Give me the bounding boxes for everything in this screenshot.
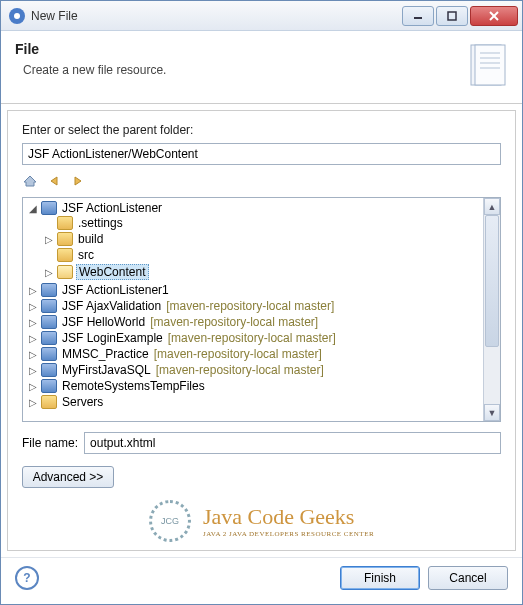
expander-closed-icon[interactable]: ▷ xyxy=(43,267,54,278)
tree-label: JSF ActionListener xyxy=(60,201,164,215)
scroll-up-button[interactable]: ▲ xyxy=(484,198,500,215)
home-icon xyxy=(23,174,37,188)
watermark-text: Java Code Geeks JAVA 2 JAVA DEVELOPERS R… xyxy=(203,504,374,538)
maximize-icon xyxy=(447,11,457,21)
filename-row: File name: xyxy=(22,432,501,454)
folder-tree-container: ◢JSF ActionListener .settings ▷build src… xyxy=(22,197,501,422)
scroll-down-button[interactable]: ▼ xyxy=(484,404,500,421)
footer-buttons: Finish Cancel xyxy=(340,566,508,590)
tree-node-folder[interactable]: src xyxy=(43,247,481,263)
expander-closed-icon[interactable]: ▷ xyxy=(27,333,38,344)
tree-label: JSF LoginExample xyxy=(60,331,165,345)
tree-node-project[interactable]: ▷JSF AjaxValidation [maven-repository-lo… xyxy=(27,298,481,314)
folder-icon xyxy=(41,395,57,409)
dialog-body: Enter or select the parent folder: ◢JSF … xyxy=(7,110,516,551)
tree-decoration: [maven-repository-local master] xyxy=(150,315,318,329)
tree-label: JSF AjaxValidation xyxy=(60,299,163,313)
tree-decoration: [maven-repository-local master] xyxy=(156,363,324,377)
tree-decoration: [maven-repository-local master] xyxy=(166,299,334,313)
advanced-button[interactable]: Advanced >> xyxy=(22,466,114,488)
tree-node-project[interactable]: ▷JSF HelloWorld [maven-repository-local … xyxy=(27,314,481,330)
forward-button[interactable] xyxy=(70,173,86,189)
tree-node-project[interactable]: ▷MMSC_Practice [maven-repository-local m… xyxy=(27,346,481,362)
tree-label: JSF HelloWorld xyxy=(60,315,147,329)
expander-closed-icon[interactable]: ▷ xyxy=(27,301,38,312)
tree-node-project[interactable]: ▷JSF LoginExample [maven-repository-loca… xyxy=(27,330,481,346)
watermark-sub: JAVA 2 JAVA DEVELOPERS RESOURCE CENTER xyxy=(203,530,374,538)
project-icon xyxy=(41,299,57,313)
project-icon xyxy=(41,283,57,297)
dialog-footer: ? Finish Cancel xyxy=(1,557,522,604)
tree-toolbar xyxy=(22,171,501,191)
folder-open-icon xyxy=(57,265,73,279)
tree-node-project[interactable]: ▷JSF ActionListener1 xyxy=(27,282,481,298)
tree-label: JSF ActionListener1 xyxy=(60,283,171,297)
project-icon xyxy=(41,347,57,361)
parent-folder-label: Enter or select the parent folder: xyxy=(22,123,501,137)
tree-node-project[interactable]: ▷MyFirstJavaSQL [maven-repository-local … xyxy=(27,362,481,378)
minimize-button[interactable] xyxy=(402,6,434,26)
tree-node-project[interactable]: ▷RemoteSystemsTempFiles xyxy=(27,378,481,394)
tree-decoration: [maven-repository-local master] xyxy=(154,347,322,361)
arrow-left-icon xyxy=(47,174,61,188)
tree-node-folder[interactable]: ▷build xyxy=(43,231,481,247)
watermark: JCG Java Code Geeks JAVA 2 JAVA DEVELOPE… xyxy=(22,500,501,542)
app-icon xyxy=(9,8,25,24)
titlebar[interactable]: New File xyxy=(1,1,522,31)
filename-label: File name: xyxy=(22,436,78,450)
parent-folder-input[interactable] xyxy=(22,143,501,165)
svg-rect-5 xyxy=(475,45,505,85)
tree-label: MyFirstJavaSQL xyxy=(60,363,153,377)
expander-closed-icon[interactable]: ▷ xyxy=(27,317,38,328)
expander-closed-icon[interactable]: ▷ xyxy=(27,285,38,296)
expander-closed-icon[interactable]: ▷ xyxy=(43,234,54,245)
folder-icon xyxy=(57,232,73,246)
minimize-icon xyxy=(413,11,423,21)
expander-closed-icon[interactable]: ▷ xyxy=(27,397,38,408)
expander-open-icon[interactable]: ◢ xyxy=(27,203,38,214)
scroll-thumb[interactable] xyxy=(485,215,499,347)
tree-label: MMSC_Practice xyxy=(60,347,151,361)
close-button[interactable] xyxy=(470,6,518,26)
close-icon xyxy=(489,11,499,21)
tree-label: WebContent xyxy=(76,264,149,280)
home-button[interactable] xyxy=(22,173,38,189)
finish-button[interactable]: Finish xyxy=(340,566,420,590)
tree-label: .settings xyxy=(76,216,125,230)
file-wizard-icon xyxy=(466,41,508,89)
watermark-logo-icon: JCG xyxy=(149,500,191,542)
dialog-header: File Create a new file resource. xyxy=(1,31,522,104)
folder-tree[interactable]: ◢JSF ActionListener .settings ▷build src… xyxy=(23,198,483,421)
project-icon xyxy=(41,315,57,329)
project-icon xyxy=(41,379,57,393)
cancel-button[interactable]: Cancel xyxy=(428,566,508,590)
tree-node-project[interactable]: ▷Servers xyxy=(27,394,481,410)
project-icon xyxy=(41,201,57,215)
tree-node-folder[interactable]: .settings xyxy=(43,215,481,231)
scroll-track[interactable] xyxy=(484,215,500,404)
arrow-right-icon xyxy=(71,174,85,188)
tree-scrollbar[interactable]: ▲ ▼ xyxy=(483,198,500,421)
header-text: File Create a new file resource. xyxy=(15,41,166,77)
maximize-button[interactable] xyxy=(436,6,468,26)
project-icon xyxy=(41,363,57,377)
expander-closed-icon[interactable]: ▷ xyxy=(27,365,38,376)
help-button[interactable]: ? xyxy=(15,566,39,590)
tree-label: build xyxy=(76,232,105,246)
expander-closed-icon[interactable]: ▷ xyxy=(27,349,38,360)
tree-node-selected[interactable]: ▷WebContent xyxy=(43,263,481,281)
expander-closed-icon[interactable]: ▷ xyxy=(27,381,38,392)
tree-label: RemoteSystemsTempFiles xyxy=(60,379,207,393)
svg-rect-1 xyxy=(448,12,456,20)
project-icon xyxy=(41,331,57,345)
folder-icon xyxy=(57,216,73,230)
back-button[interactable] xyxy=(46,173,62,189)
tree-node-project[interactable]: ◢JSF ActionListener .settings ▷build src… xyxy=(27,200,481,282)
window-title: New File xyxy=(31,9,400,23)
tree-decoration: [maven-repository-local master] xyxy=(168,331,336,345)
folder-icon xyxy=(57,248,73,262)
filename-input[interactable] xyxy=(84,432,501,454)
dialog-window: New File File Create a new file resource… xyxy=(0,0,523,605)
page-subtitle: Create a new file resource. xyxy=(15,63,166,77)
tree-label: src xyxy=(76,248,96,262)
